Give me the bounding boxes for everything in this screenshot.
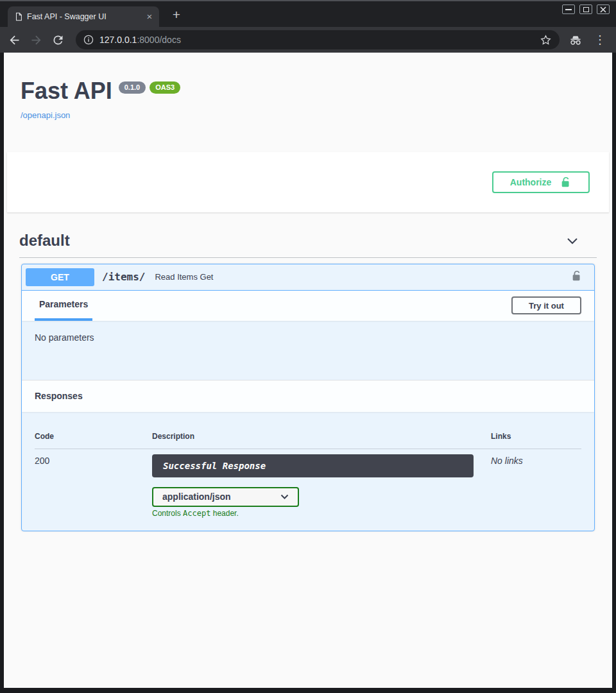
hint-suffix: header. [210, 509, 238, 518]
back-icon[interactable] [8, 33, 21, 47]
bookmark-star-icon[interactable] [540, 34, 552, 46]
oas3-badge: OAS3 [150, 81, 180, 94]
column-links: Links [491, 432, 581, 441]
accept-header-hint: Controls Accept header. [152, 509, 491, 518]
select-chevron-icon [280, 494, 289, 500]
authorize-label: Authorize [510, 177, 552, 187]
column-description: Description [152, 432, 491, 441]
minimize-button[interactable] [562, 4, 575, 14]
scheme-container: Authorize [7, 152, 609, 212]
version-badge: 0.1.0 [119, 81, 146, 94]
media-type-value: application/json [162, 492, 231, 502]
window-controls [562, 4, 610, 14]
address-bar[interactable]: 127.0.0.1:8000/docs [76, 30, 560, 49]
hint-code: Accept [183, 509, 210, 518]
tab-parameters: Parameters [35, 291, 92, 321]
new-tab-button[interactable]: + [168, 7, 185, 24]
maximize-button[interactable] [579, 4, 592, 14]
title-badges: 0.1.0 OAS3 [119, 81, 180, 104]
openapi-spec-link[interactable]: /openapi.json [21, 110, 70, 120]
url-path: :8000/docs [137, 35, 181, 45]
page-viewport: Fast API 0.1.0 OAS3 /openapi.json Author… [0, 53, 616, 693]
response-description: Successful Response [152, 454, 474, 477]
browser-menu-icon[interactable]: ⋮ [592, 34, 608, 46]
page-info-icon[interactable] [83, 35, 94, 45]
operation-description: Read Items Get [155, 272, 213, 282]
forward-icon[interactable] [30, 33, 43, 47]
parameters-header: Parameters Try it out [22, 291, 594, 321]
api-title-row: Fast API 0.1.0 OAS3 [21, 78, 595, 104]
incognito-icon [568, 32, 583, 47]
operation-summary[interactable]: GET /items/ Read Items Get [22, 264, 594, 291]
maximize-icon [583, 7, 589, 12]
browser-titlebar: Fast API - Swagger UI × + [0, 0, 616, 27]
response-description-cell: Successful Response application/json Con… [152, 454, 491, 518]
tab-close-icon[interactable]: × [144, 11, 155, 22]
page-favicon-icon [14, 12, 23, 22]
tab-title: Fast API - Swagger UI [27, 12, 140, 21]
authorize-button[interactable]: Authorize [492, 171, 590, 193]
media-type-select[interactable]: application/json [152, 487, 299, 507]
method-badge: GET [26, 268, 94, 286]
close-icon [600, 6, 606, 13]
unlock-icon [571, 270, 583, 282]
close-button[interactable] [597, 4, 610, 14]
response-code: 200 [35, 454, 152, 518]
browser-tab[interactable]: Fast API - Swagger UI × [8, 6, 159, 27]
responses-title: Responses [35, 391, 83, 401]
responses-table: Code Description Links 200 Successful Re… [22, 412, 594, 531]
operation-path: /items/ [102, 271, 145, 283]
reload-icon[interactable] [51, 33, 65, 47]
column-code: Code [35, 432, 152, 441]
operation-block-get-items: GET /items/ Read Items Get Parameters Tr… [21, 264, 595, 531]
try-it-out-button[interactable]: Try it out [511, 296, 581, 314]
response-row-200: 200 Successful Response application/json… [35, 449, 581, 518]
url-host: 127.0.0.1 [99, 35, 137, 45]
page-title: Fast API [21, 78, 112, 104]
api-info-section: Fast API 0.1.0 OAS3 /openapi.json [4, 53, 612, 121]
hint-prefix: Controls [152, 509, 183, 518]
url-text: 127.0.0.1:8000/docs [99, 35, 181, 45]
tag-name: default [19, 232, 70, 250]
response-links: No links [491, 454, 581, 518]
minimize-icon [565, 9, 572, 10]
operation-auth-button[interactable] [571, 270, 583, 284]
responses-header: Responses [22, 380, 594, 412]
browser-toolbar: 127.0.0.1:8000/docs ⋮ [0, 27, 616, 53]
tag-section-header[interactable]: default [19, 232, 597, 258]
no-parameters-text: No parameters [22, 321, 594, 380]
responses-table-header: Code Description Links [35, 423, 581, 449]
chevron-down-icon[interactable] [566, 234, 579, 247]
unlock-icon [560, 176, 572, 188]
